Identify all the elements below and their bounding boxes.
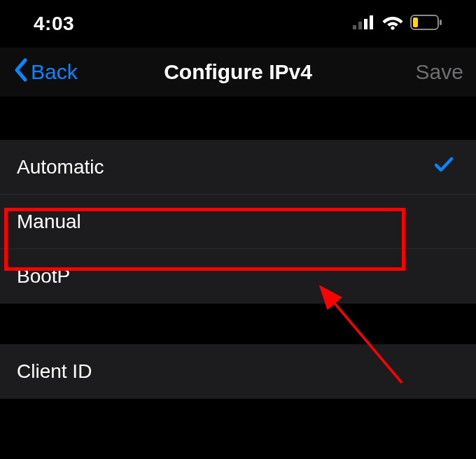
client-id-row[interactable]: Client ID: [0, 344, 476, 399]
back-label: Back: [31, 60, 78, 84]
spacer: [0, 97, 476, 140]
checkmark-icon: [433, 153, 455, 181]
wifi-icon: [382, 15, 403, 33]
client-id-label: Client ID: [17, 360, 92, 383]
status-time: 4:03: [34, 13, 74, 35]
svg-rect-7: [413, 17, 418, 27]
option-label: BootP: [17, 265, 70, 288]
save-button[interactable]: Save: [416, 60, 463, 84]
status-bar: 4:03: [0, 0, 476, 48]
svg-rect-3: [370, 15, 373, 29]
svg-rect-1: [358, 22, 362, 29]
option-automatic[interactable]: Automatic: [0, 140, 476, 195]
option-manual[interactable]: Manual: [0, 195, 476, 249]
cellular-icon: [353, 15, 375, 32]
svg-rect-0: [353, 25, 356, 29]
option-label: Automatic: [17, 156, 104, 178]
option-label: Manual: [17, 211, 81, 233]
status-icons-group: [353, 15, 442, 33]
battery-icon: [410, 15, 442, 33]
svg-rect-6: [440, 20, 442, 25]
ipv4-options-list: Automatic Manual BootP: [0, 140, 476, 304]
chevron-left-icon: [13, 57, 28, 87]
back-button[interactable]: Back: [13, 57, 78, 87]
client-id-section: Client ID: [0, 344, 476, 399]
svg-rect-2: [364, 19, 368, 29]
nav-bar: Back Configure IPv4 Save: [0, 48, 476, 97]
svg-point-4: [391, 26, 394, 29]
page-title: Configure IPv4: [164, 60, 312, 84]
option-bootp[interactable]: BootP: [0, 249, 476, 304]
